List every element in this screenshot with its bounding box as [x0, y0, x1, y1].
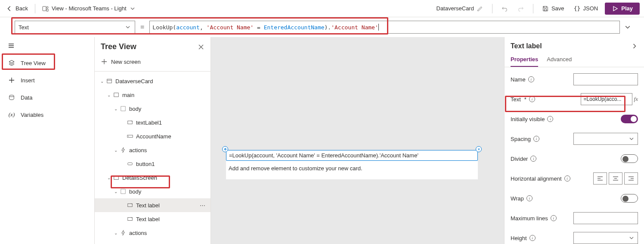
json-label: JSON	[583, 5, 598, 12]
height-select[interactable]	[573, 232, 638, 244]
rail-label: Variables	[21, 112, 43, 118]
card-preview[interactable]: ✥ ✕ =LookUp(account, 'Account Name' = En…	[226, 150, 478, 179]
info-icon[interactable]: i	[533, 136, 539, 142]
token-func: LookUp	[152, 24, 173, 31]
tree-node-dataversecard[interactable]: ⌄ DataverseCard	[95, 74, 211, 88]
teams-icon	[42, 5, 49, 12]
rail-tree-view[interactable]: Tree View	[0, 54, 94, 72]
info-icon[interactable]: i	[551, 215, 557, 221]
info-icon[interactable]: i	[526, 195, 533, 201]
chevron-down-icon	[628, 235, 635, 241]
info-icon[interactable]: i	[529, 235, 536, 241]
back-button[interactable]: Back	[4, 3, 30, 14]
selected-element[interactable]: ✥ ✕ =LookUp(account, 'Account Name' = En…	[226, 150, 478, 161]
json-button[interactable]: {} JSON	[571, 3, 601, 14]
align-right-button[interactable]	[624, 172, 638, 185]
info-icon[interactable]: i	[547, 116, 553, 122]
remove-handle-tr[interactable]: ✕	[476, 146, 482, 152]
props-title: Text label	[511, 42, 542, 50]
svg-point-2	[9, 95, 14, 97]
tree-node-button1[interactable]: button1	[95, 157, 211, 171]
play-button[interactable]: Play	[605, 3, 640, 15]
token-paren: (	[173, 24, 176, 31]
tree: ⌄ DataverseCard ⌄ main ⌄ body textLabel1	[95, 72, 211, 240]
text-input[interactable]: =LookUp(acco...	[581, 93, 632, 105]
chevron-right-icon[interactable]	[631, 43, 638, 50]
tab-properties[interactable]: Properties	[511, 56, 538, 67]
formula-expand[interactable]	[620, 24, 635, 31]
canvas-hint: Add and remove element to customize your…	[226, 161, 478, 179]
caret-down-icon: ⌄	[113, 148, 119, 153]
rail-variables[interactable]: (x) Variables	[0, 106, 94, 123]
prop-row-maxlines: Maximum lines i	[508, 210, 641, 227]
separator	[533, 4, 533, 13]
prop-row-text: Text* i =LookUp(acco... fx	[508, 91, 641, 108]
token-eq: =	[257, 24, 260, 31]
properties-panel: Text label Properties Advanced Name i Te…	[504, 37, 644, 244]
rail-data[interactable]: Data	[0, 89, 94, 106]
info-icon[interactable]: i	[530, 156, 536, 162]
left-rail: Tree View Insert Data (x) Variables	[0, 37, 95, 244]
topbar: Back View - Microsoft Teams - Light Data…	[0, 0, 644, 17]
main-region: Tree View Insert Data (x) Variables Tree…	[0, 37, 644, 244]
maxlines-input[interactable]	[573, 212, 638, 224]
toggle-wrap[interactable]	[621, 194, 638, 203]
info-icon[interactable]: i	[528, 76, 534, 82]
tree-node-body[interactable]: ⌄ body	[95, 102, 211, 116]
svg-rect-10	[128, 163, 133, 165]
play-icon	[612, 5, 619, 12]
property-selector[interactable]: Text	[15, 21, 135, 34]
toggle-divider[interactable]	[621, 154, 638, 163]
tree-node-textlabel1[interactable]: textLabel1	[95, 116, 211, 129]
fx-icon[interactable]: fx	[634, 96, 638, 103]
tree-node-body-2[interactable]: ⌄ body	[95, 185, 211, 198]
save-button[interactable]: Save	[539, 3, 567, 14]
card-name[interactable]: DataverseCard	[434, 3, 486, 14]
drag-handle-tl[interactable]: ✥	[222, 146, 228, 152]
required-asterisk: *	[524, 96, 526, 103]
tree-node-actions-2[interactable]: ⌄ actions	[95, 226, 211, 240]
align-left-button[interactable]	[593, 172, 607, 185]
save-icon	[542, 5, 549, 12]
canvas[interactable]: ✥ ✕ =LookUp(account, 'Account Name' = En…	[211, 37, 504, 244]
new-screen-button[interactable]: New screen	[95, 54, 211, 72]
separator	[35, 4, 35, 13]
tree-node-accountname[interactable]: AccountName	[95, 129, 211, 143]
rail-collapse[interactable]	[0, 37, 94, 54]
tree-node-actions[interactable]: ⌄ actions	[95, 143, 211, 157]
tree-node-detailsscreen[interactable]: ⌄ DetailsScreen	[95, 171, 211, 185]
plus-icon	[101, 58, 108, 65]
toggle-initially-visible[interactable]	[621, 115, 638, 123]
spacing-select[interactable]	[573, 133, 638, 145]
container-icon	[119, 106, 127, 112]
redo-icon	[517, 5, 524, 12]
redo-button[interactable]	[515, 3, 527, 14]
tree-node-main[interactable]: ⌄ main	[95, 88, 211, 102]
more-icon[interactable]: ⋯	[200, 202, 206, 209]
prop-label-halign: Horizontal alignment	[511, 175, 562, 182]
chevron-down-icon	[124, 24, 131, 31]
arrow-left-icon	[6, 5, 13, 12]
chevron-down-icon	[129, 5, 136, 12]
caret-down-icon: ⌄	[113, 189, 119, 194]
variable-icon: (x)	[8, 111, 15, 118]
name-input[interactable]	[573, 73, 638, 85]
tree-label: main	[122, 92, 134, 98]
tree-node-text-label-selected[interactable]: Text label ⋯	[95, 198, 211, 212]
formula-input[interactable]: LookUp(account, 'Account Name' = Entered…	[149, 21, 620, 34]
info-icon[interactable]: i	[529, 96, 535, 102]
close-icon[interactable]	[198, 44, 204, 50]
tree-node-text-label-2[interactable]: Text label	[95, 212, 211, 226]
view-label: View - Microsoft Teams - Light	[52, 5, 127, 12]
view-selector[interactable]: View - Microsoft Teams - Light	[40, 3, 138, 14]
rail-insert[interactable]: Insert	[0, 72, 94, 89]
tab-advanced[interactable]: Advanced	[547, 56, 572, 67]
tree-label: Text label	[136, 216, 160, 222]
align-center-button[interactable]	[609, 172, 622, 185]
tree-label: textLabel1	[136, 119, 162, 126]
token-comma: ,	[200, 24, 207, 31]
caret-down-icon: ⌄	[99, 79, 105, 84]
info-icon[interactable]: i	[564, 175, 570, 181]
undo-button[interactable]	[498, 3, 511, 14]
token-space	[254, 24, 257, 31]
